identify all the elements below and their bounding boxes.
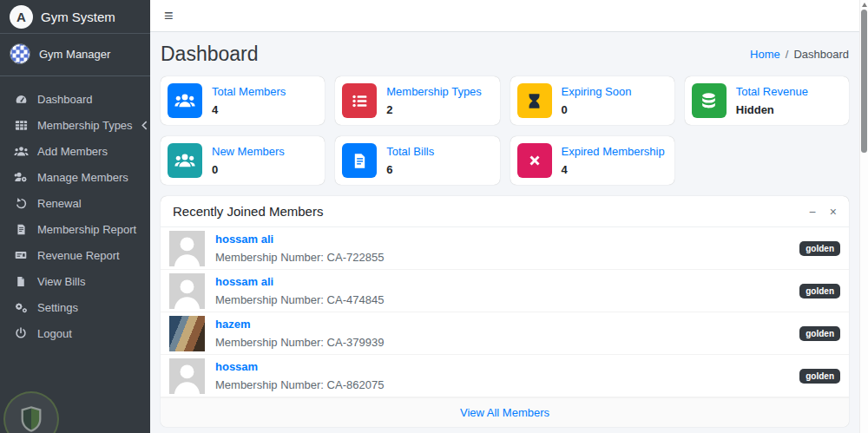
stat-value: 0: [562, 103, 568, 116]
sidebar-item-dashboard[interactable]: Dashboard: [7, 86, 143, 112]
stat-value: 4: [212, 103, 218, 116]
member-number: Membership Number: CA-379939: [215, 336, 384, 349]
sidebar-item-label: Membership Report: [37, 223, 136, 236]
member-number: Membership Number: CA-722855: [215, 251, 384, 264]
card-header: Recently Joined Members − ×: [161, 196, 849, 227]
stat-boxes: Total Members 4 Membership Types 2: [161, 76, 849, 185]
breadcrumb: Home/Dashboard: [750, 48, 849, 61]
member-row[interactable]: hossam ali Membership Number: CA-474845 …: [161, 270, 849, 312]
user-panel[interactable]: Gym Manager: [0, 34, 150, 76]
stat-membership-types[interactable]: Membership Types 2: [335, 76, 499, 125]
stat-value: 0: [212, 163, 218, 176]
breadcrumb-current: Dashboard: [793, 48, 849, 61]
sidebar-item-manage-members[interactable]: Manage Members: [7, 164, 143, 190]
app-logo-icon: A: [10, 5, 33, 29]
sidebar-item-membership-types[interactable]: Membership Types: [7, 112, 143, 138]
sidebar: A Gym System Gym Manager Dashboard Membe…: [0, 0, 150, 433]
member-photo: [169, 316, 205, 351]
file-invoice-icon: [13, 223, 29, 236]
app-window: A Gym System Gym Manager Dashboard Membe…: [0, 0, 868, 433]
stat-label[interactable]: Total Bills: [386, 145, 434, 158]
card-tools: − ×: [809, 206, 837, 218]
sidebar-item-label: Revenue Report: [37, 249, 120, 262]
sidebar-item-label: Settings: [37, 301, 78, 314]
tachometer-icon: [13, 93, 29, 106]
list-icon: [342, 83, 377, 118]
sidebar-item-view-bills[interactable]: View Bills: [7, 268, 143, 294]
sidebar-item-renewal[interactable]: Renewal: [7, 190, 143, 216]
stat-value: 4: [562, 163, 568, 176]
coins-icon: [692, 83, 727, 118]
sidebar-item-settings[interactable]: Settings: [7, 294, 143, 320]
sidebar-item-revenue-report[interactable]: Revenue Report: [7, 242, 143, 268]
stat-value: Hidden: [736, 103, 774, 116]
power-icon: [13, 327, 29, 339]
membership-badge: golden: [799, 326, 840, 341]
sidebar-item-label: Dashboard: [37, 93, 93, 106]
stat-label[interactable]: Expired Membership: [562, 145, 665, 158]
user-name: Gym Manager: [39, 48, 110, 61]
undo-icon: [13, 197, 29, 210]
sidebar-item-label: Membership Types: [37, 119, 133, 132]
file-invoice-icon: [342, 143, 377, 178]
sidebar-item-label: Add Members: [37, 145, 108, 158]
stat-label[interactable]: New Members: [212, 145, 285, 158]
member-number: Membership Number: CA-474845: [215, 293, 384, 306]
membership-badge: golden: [799, 241, 840, 256]
member-row[interactable]: hossam Membership Number: CA-862075 gold…: [161, 355, 849, 397]
hourglass-icon: [517, 83, 552, 118]
card-title: Recently Joined Members: [173, 204, 323, 219]
breadcrumb-home-link[interactable]: Home: [750, 48, 780, 61]
page-title: Dashboard: [161, 43, 259, 66]
file-icon: [13, 275, 29, 288]
scrollbar-thumb[interactable]: [861, 10, 867, 153]
member-number: Membership Number: CA-862075: [215, 378, 384, 391]
brand-header[interactable]: A Gym System: [0, 0, 150, 34]
member-avatar: [169, 358, 205, 394]
stat-total-members[interactable]: Total Members 4: [161, 76, 325, 125]
money-check-icon: [13, 249, 29, 261]
stat-value: 2: [386, 103, 392, 116]
stat-label[interactable]: Expiring Soon: [562, 85, 632, 98]
member-name-link[interactable]: hossam: [215, 360, 384, 373]
table-icon: [13, 119, 29, 132]
member-row[interactable]: hazem Membership Number: CA-379939 golde…: [161, 312, 849, 355]
member-name-link[interactable]: hossam ali: [215, 233, 384, 246]
user-avatar: [10, 43, 30, 64]
stat-total-bills[interactable]: Total Bills 6: [335, 136, 499, 185]
sidebar-item-logout[interactable]: Logout: [7, 320, 143, 346]
membership-badge: golden: [799, 369, 840, 384]
member-row[interactable]: hossam ali Membership Number: CA-722855 …: [161, 227, 849, 270]
menu-toggle-icon[interactable]: ≡: [164, 8, 174, 23]
stat-expiring-soon[interactable]: Expiring Soon 0: [510, 76, 674, 125]
sidebar-item-label: Manage Members: [37, 171, 128, 184]
stat-expired-membership[interactable]: Expired Membership 4: [510, 136, 674, 185]
member-avatar: [169, 231, 205, 266]
stat-total-revenue[interactable]: Total Revenue Hidden: [685, 76, 849, 125]
stat-label[interactable]: Total Revenue: [736, 85, 808, 98]
sidebar-item-membership-report[interactable]: Membership Report: [7, 216, 143, 242]
view-all-members-link[interactable]: View All Members: [460, 406, 549, 419]
users-icon: [13, 146, 29, 157]
chevron-left-icon: [141, 121, 148, 130]
sidebar-item-add-members[interactable]: Add Members: [7, 138, 143, 164]
membership-badge: golden: [799, 284, 840, 299]
stat-label[interactable]: Total Members: [212, 85, 286, 98]
sidebar-item-label: Renewal: [37, 197, 82, 210]
close-icon[interactable]: ×: [830, 206, 837, 218]
sidebar-menu: Dashboard Membership Types Add Members: [0, 76, 150, 346]
scrollbar-up-arrow-icon[interactable]: [862, 3, 867, 7]
member-name-link[interactable]: hazem: [215, 318, 384, 331]
card-footer: View All Members: [161, 397, 849, 427]
stat-new-members[interactable]: New Members 0: [161, 136, 325, 185]
main-area: ≡ Dashboard Home/Dashboard Total Members…: [150, 0, 868, 433]
stat-label[interactable]: Membership Types: [386, 85, 482, 98]
users-icon: [168, 83, 202, 118]
scrollbar[interactable]: [859, 0, 868, 433]
content-area: Dashboard Home/Dashboard Total Members 4: [150, 32, 868, 433]
member-name-link[interactable]: hossam ali: [215, 275, 384, 288]
users-icon: [168, 143, 202, 178]
minimize-icon[interactable]: −: [809, 206, 816, 218]
users-cog-icon: [13, 171, 29, 183]
page-header: Dashboard Home/Dashboard: [161, 43, 849, 66]
